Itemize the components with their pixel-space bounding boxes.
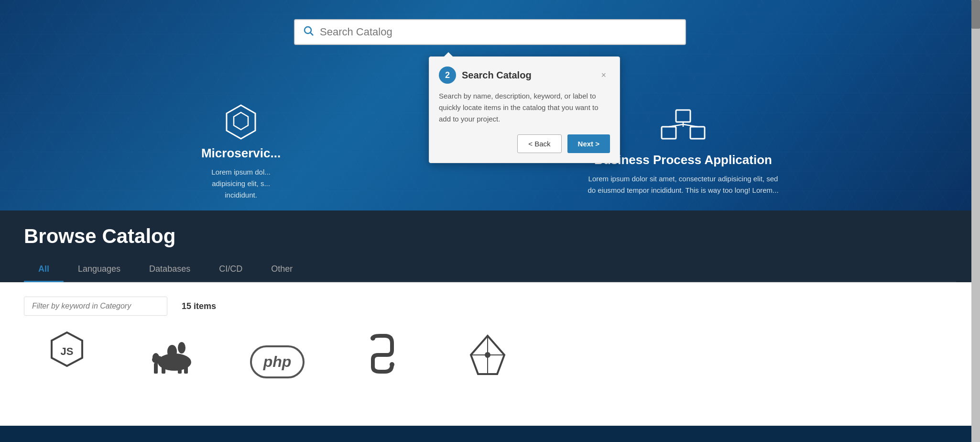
tab-cicd[interactable]: CI/CD — [205, 257, 257, 282]
tabs-bar: All Languages Databases CI/CD Other — [24, 257, 956, 282]
search-input[interactable] — [320, 26, 677, 38]
browse-title: Browse Catalog — [24, 225, 956, 248]
hero-card-microservice: Microservic... Lorem ipsum dol...adipisi… — [201, 103, 281, 201]
svg-rect-17 — [162, 363, 165, 374]
tab-databases[interactable]: Databases — [135, 257, 205, 282]
svg-line-1 — [311, 33, 314, 36]
filter-input[interactable] — [24, 297, 167, 316]
step-badge: 2 — [439, 66, 456, 84]
list-item — [129, 333, 215, 378]
svg-point-26 — [485, 352, 490, 358]
php-icon: php — [234, 345, 320, 378]
catalog-content: 15 items JS — [0, 282, 980, 426]
catalog-grid: JS — [24, 330, 956, 378]
svg-marker-3 — [234, 112, 248, 130]
next-button[interactable]: Next > — [567, 134, 610, 153]
svg-rect-5 — [690, 127, 705, 139]
microservice-description: Lorem ipsum dol...adipisicing elit, s...… — [201, 166, 281, 201]
items-count: 15 items — [182, 301, 216, 311]
tab-other[interactable]: Other — [257, 257, 307, 282]
svg-point-21 — [370, 336, 375, 341]
tooltip-body: Search by name, description, keyword, or… — [439, 90, 610, 125]
search-icon — [303, 25, 314, 39]
list-item — [339, 333, 425, 378]
microservice-icon — [222, 103, 260, 141]
svg-rect-19 — [184, 365, 188, 374]
catalog-toolbar: 15 items — [24, 297, 956, 316]
list-item — [445, 333, 531, 378]
scrollbar-thumb[interactable] — [971, 0, 980, 29]
tooltip-header: 2 Search Catalog × — [439, 66, 610, 84]
svg-rect-18 — [178, 365, 182, 374]
svg-point-22 — [390, 362, 394, 367]
svg-point-0 — [305, 27, 311, 33]
scrollbar-track[interactable] — [971, 0, 980, 442]
python-icon — [339, 333, 425, 378]
camel-icon — [129, 333, 215, 378]
hero-section: 2 Search Catalog × Search by name, descr… — [0, 0, 980, 210]
svg-point-14 — [167, 345, 177, 358]
back-button[interactable]: < Back — [517, 134, 561, 153]
svg-rect-16 — [154, 363, 158, 374]
tooltip-close-button[interactable]: × — [597, 68, 610, 82]
microservice-title: Microservic... — [201, 146, 281, 161]
tooltip-title-group: 2 Search Catalog — [439, 66, 532, 84]
hero-content: 2 Search Catalog × Search by name, descr… — [0, 10, 980, 210]
svg-marker-2 — [227, 105, 255, 139]
business-description: Lorem ipsum dolor sit amet, consectetur … — [588, 173, 779, 196]
tab-all[interactable]: All — [24, 257, 64, 282]
svg-text:JS: JS — [61, 345, 74, 357]
svg-rect-4 — [662, 127, 676, 139]
tab-languages[interactable]: Languages — [64, 257, 135, 282]
crystal-icon — [445, 333, 531, 378]
business-icon — [659, 103, 707, 146]
tooltip-popup: 2 Search Catalog × Search by name, descr… — [429, 56, 620, 163]
nodejs-icon: JS — [24, 330, 110, 378]
tooltip-title: Search Catalog — [462, 70, 532, 81]
tooltip-actions: < Back Next > — [439, 134, 610, 153]
svg-rect-6 — [676, 110, 690, 122]
browse-section: Browse Catalog All Languages Databases C… — [0, 210, 980, 282]
list-item: JS — [24, 330, 110, 378]
svg-point-20 — [152, 353, 159, 362]
svg-point-15 — [178, 342, 185, 354]
search-bar-wrapper: 2 Search Catalog × Search by name, descr… — [294, 19, 686, 45]
list-item: php — [234, 336, 320, 378]
search-bar-container — [294, 19, 686, 45]
